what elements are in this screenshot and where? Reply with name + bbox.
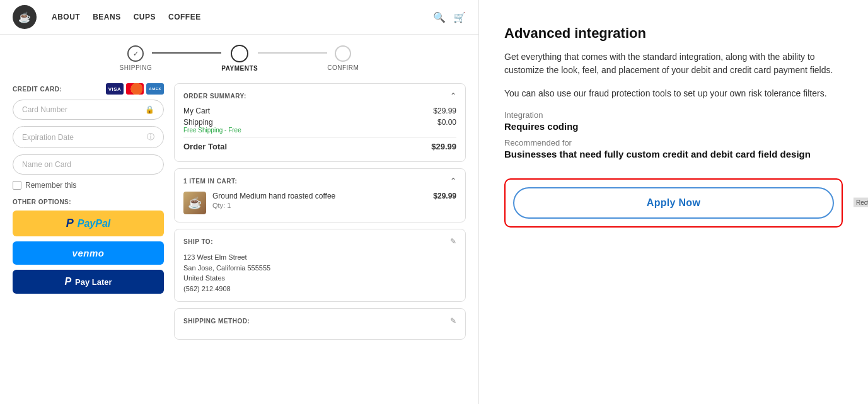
step-circle-confirm [335, 45, 351, 62]
step-circle-shipping: ✓ [127, 45, 144, 62]
cart-row: My Cart $29.99 [183, 107, 456, 115]
mastercard-icon [126, 83, 144, 95]
paypal-p-icon: P [66, 217, 74, 230]
nav-links: ABOUT BEANS CUPS COFFEE [52, 13, 418, 21]
shipping-label: Shipping [183, 118, 241, 127]
panel-desc2: You can also use our fraud protection to… [504, 87, 843, 100]
other-options-label: OTHER OPTIONS: [13, 199, 164, 205]
apply-now-button[interactable]: Apply Now [513, 187, 834, 219]
step-confirm: CONFIRM [327, 45, 359, 71]
ship-to-box: SHIP TO: ✎ 123 West Elm Street San Jose,… [174, 229, 466, 302]
remember-row: Remember this [13, 181, 164, 190]
step-shipping: ✓ SHIPPING [120, 45, 153, 71]
rectangle-label: Rectangle [854, 197, 868, 207]
shipping-method-edit-icon[interactable]: ✎ [450, 316, 456, 325]
integration-value: Requires coding [504, 121, 843, 132]
payment-form: CREDIT CARD: VISA AMEX Card Number 🔒 Exp… [13, 83, 164, 398]
items-label: 1 ITEM IN CART: [183, 178, 237, 185]
panel-desc1: Get everything that comes with the stand… [504, 50, 843, 77]
progress-bar: ✓ SHIPPING PAYMENTS CONFIRM [0, 35, 478, 77]
total-row: Order Total $29.99 [183, 137, 456, 151]
shipping-sub: Free Shipping - Free [183, 127, 241, 134]
card-number-field[interactable]: Card Number 🔒 [13, 100, 164, 120]
name-on-card-placeholder: Name on Card [22, 160, 71, 169]
step-line-1 [152, 52, 221, 54]
apply-now-wrapper: Apply Now [504, 178, 843, 228]
address-line3: United States [183, 273, 456, 284]
shipping-method-box: SHIPPING METHOD: ✎ [174, 308, 466, 340]
address-line1: 123 West Elm Street [183, 252, 456, 263]
paypal-label: PayPal [78, 218, 110, 229]
paylater-p-icon: P [64, 276, 71, 287]
cart-items-box: 1 ITEM IN CART: ⌃ ☕ Ground Medium hand r… [174, 168, 466, 222]
total-label: Order Total [183, 142, 227, 151]
paypal-button[interactable]: P PayPal [13, 211, 164, 236]
card-number-placeholder: Card Number [22, 105, 67, 114]
item-qty: Qty: 1 [212, 202, 427, 209]
recommended-value: Businesses that need fully custom credit… [504, 149, 843, 159]
edit-icon[interactable]: ✎ [450, 237, 456, 246]
nav-coffee[interactable]: COFFEE [168, 13, 201, 21]
remember-checkbox[interactable] [13, 181, 21, 190]
right-panel: Advanced integration Get everything that… [479, 0, 868, 404]
nav-about[interactable]: ABOUT [52, 13, 80, 21]
item-name: Ground Medium hand roasted coffee [212, 192, 427, 202]
items-chevron-up[interactable]: ⌃ [450, 176, 456, 185]
step-label-payments: PAYMENTS [221, 65, 258, 72]
shipping-price: $0.00 [437, 118, 456, 134]
cart-price: $29.99 [433, 107, 456, 115]
address-line2: San Jose, California 555555 [183, 263, 456, 274]
step-line-2 [258, 52, 327, 54]
address-phone: (562) 212.4908 [183, 284, 456, 294]
step-label-shipping: SHIPPING [120, 64, 153, 71]
step-circle-payments [231, 45, 248, 62]
venmo-button[interactable]: venmo [13, 241, 164, 265]
step-payments: PAYMENTS [221, 45, 258, 72]
cart-icon[interactable]: 🛒 [453, 11, 466, 23]
search-icon[interactable]: 🔍 [433, 11, 446, 23]
shipping-row: Shipping Free Shipping - Free $0.00 [183, 118, 456, 134]
pay-later-label: Pay Later [75, 277, 112, 287]
summary-header: ORDER SUMMARY: ⌃ [183, 91, 456, 100]
ship-to-label: SHIP TO: [183, 238, 213, 245]
store-content: CREDIT CARD: VISA AMEX Card Number 🔒 Exp… [0, 77, 478, 404]
ship-to-header: SHIP TO: ✎ [183, 237, 456, 246]
nav-cups[interactable]: CUPS [134, 13, 156, 21]
remember-label: Remember this [25, 181, 76, 190]
item-image: ☕ [183, 192, 206, 214]
chevron-up-icon[interactable]: ⌃ [450, 91, 456, 100]
help-icon: ⓘ [147, 132, 154, 142]
navigation: ☕ ABOUT BEANS CUPS COFFEE 🔍 🛒 [0, 0, 478, 35]
recommended-section: Recommended for Businesses that need ful… [504, 138, 843, 159]
card-icons: VISA AMEX [106, 83, 164, 95]
cart-label: My Cart [183, 107, 210, 115]
nav-icons: 🔍 🛒 [433, 11, 466, 23]
amex-icon: AMEX [146, 83, 164, 95]
credit-card-label: CREDIT CARD: VISA AMEX [13, 83, 164, 95]
visa-icon: VISA [106, 83, 124, 95]
items-header: 1 ITEM IN CART: ⌃ [183, 176, 456, 185]
shipping-method-label: SHIPPING METHOD: [183, 318, 250, 325]
order-summary: ORDER SUMMARY: ⌃ My Cart $29.99 Shipping… [174, 83, 466, 398]
item-price: $29.99 [433, 192, 456, 200]
cart-item: ☕ Ground Medium hand roasted coffee Qty:… [183, 192, 456, 214]
ship-address: 123 West Elm Street San Jose, California… [183, 252, 456, 294]
step-label-confirm: CONFIRM [327, 64, 359, 71]
integration-label: Integration [504, 110, 843, 120]
panel-title: Advanced integration [504, 25, 843, 42]
total-price: $29.99 [431, 142, 456, 151]
item-info: Ground Medium hand roasted coffee Qty: 1 [212, 192, 427, 209]
venmo-label: venmo [72, 248, 105, 258]
name-on-card-field[interactable]: Name on Card [13, 154, 164, 175]
nav-beans[interactable]: BEANS [93, 13, 121, 21]
cart-summary-box: ORDER SUMMARY: ⌃ My Cart $29.99 Shipping… [174, 83, 466, 162]
shipping-method-header: SHIPPING METHOD: ✎ [183, 316, 456, 325]
recommended-label: Recommended for [504, 138, 843, 147]
logo[interactable]: ☕ [13, 5, 37, 29]
order-summary-label: ORDER SUMMARY: [183, 93, 246, 100]
lock-icon: 🔒 [145, 105, 154, 114]
expiration-date-field[interactable]: Expiration Date ⓘ [13, 126, 164, 148]
expiration-date-placeholder: Expiration Date [22, 133, 74, 142]
logo-icon: ☕ [18, 11, 31, 23]
pay-later-button[interactable]: P Pay Later [13, 270, 164, 294]
